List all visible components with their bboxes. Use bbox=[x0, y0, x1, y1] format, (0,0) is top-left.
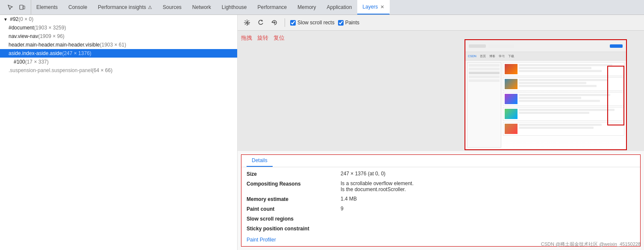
tab-application[interactable]: Application bbox=[322, 0, 358, 15]
tab-performance-insights[interactable]: Performance insights ⚠ bbox=[93, 0, 158, 15]
tab-memory[interactable]: Memory bbox=[292, 0, 321, 15]
tree-item-root-dim: (0 × 0) bbox=[18, 16, 33, 22]
inspect-element-icon[interactable] bbox=[5, 2, 15, 12]
reset-label: 复位 bbox=[273, 34, 285, 42]
details-tab[interactable]: Details bbox=[247, 155, 273, 167]
tree-item-id100-dim: (17 × 337) bbox=[25, 59, 49, 65]
tree-item-aside-dim: (247 × 1376) bbox=[62, 50, 91, 56]
size-value: 247 × 1376 (at 0, 0) bbox=[341, 171, 635, 177]
fake-site-sidebar bbox=[467, 62, 501, 148]
compositing-label: Compositing Reasons bbox=[247, 180, 341, 187]
fake-article-1 bbox=[503, 62, 624, 76]
slow-scroll-rects-checkbox[interactable] bbox=[290, 20, 296, 26]
pan-tool-button[interactable]: ✛ bbox=[242, 17, 252, 28]
tree-item-id100[interactable]: #100 (17 × 337) bbox=[0, 58, 237, 66]
tree-item-aside-text: aside.index-aside.aside bbox=[9, 50, 62, 56]
tree-item-id100-text: #100 bbox=[14, 59, 25, 65]
tree-item-header-text: header.main-header.main-header.visible bbox=[9, 42, 100, 48]
slow-scroll-value bbox=[341, 215, 635, 222]
paint-count-value: 9 bbox=[341, 206, 635, 212]
tree-item-root-text: #92 bbox=[9, 16, 18, 22]
tree-item-nav-text: nav.view-nav bbox=[9, 33, 38, 39]
warn-icon: ⚠ bbox=[148, 5, 152, 10]
paints-checkbox-label[interactable]: Paints bbox=[338, 20, 359, 26]
layer-preview-box: CSDN 首页 博客 学习 下载 bbox=[465, 39, 627, 150]
memory-value: 1.4 MB bbox=[341, 196, 635, 202]
memory-label: Memory estimate bbox=[247, 196, 341, 202]
main-content: ▼ #92 (0 × 0) #document (1903 × 3259) na… bbox=[0, 15, 644, 250]
fake-site-main bbox=[503, 62, 624, 148]
tree-arrow-root: ▼ bbox=[3, 17, 8, 22]
tree-item-aside[interactable]: aside.index-aside.aside (247 × 1376) bbox=[0, 49, 237, 58]
tree-item-suspension[interactable]: .suspension-panel.suspension-panel (64 ×… bbox=[0, 66, 237, 75]
layer-tree-panel: ▼ #92 (0 × 0) #document (1903 × 3259) na… bbox=[0, 15, 238, 250]
tree-item-header[interactable]: header.main-header.main-header.visible (… bbox=[0, 41, 237, 49]
tree-item-document[interactable]: #document (1903 × 3259) bbox=[0, 23, 237, 32]
fake-site-nav: CSDN 首页 博客 学习 下载 bbox=[465, 52, 626, 61]
slow-scroll-label: Slow scroll regions bbox=[247, 215, 341, 222]
tree-item-suspension-text: .suspension-panel.suspension-panel bbox=[9, 67, 92, 73]
sticky-label: Sticky position constraint bbox=[247, 225, 341, 232]
tree-item-suspension-dim: (64 × 66) bbox=[92, 67, 112, 73]
tab-layers[interactable]: Layers ✕ bbox=[357, 0, 390, 15]
fake-article-5 bbox=[503, 122, 624, 136]
sticky-value bbox=[341, 225, 635, 232]
tree-item-root[interactable]: ▼ #92 (0 × 0) bbox=[0, 15, 237, 23]
tree-item-document-dim: (1903 × 3259) bbox=[34, 25, 66, 31]
drag-label: 拖拽 bbox=[241, 34, 252, 42]
layers-canvas[interactable]: 拖拽 旋转 复位 CSDN 首页 博客 bbox=[238, 31, 644, 151]
rotate-label: 旋转 bbox=[257, 34, 268, 42]
toolbar-separator-1 bbox=[285, 18, 285, 27]
device-toolbar-icon[interactable] bbox=[17, 2, 27, 12]
fake-article-4 bbox=[503, 107, 624, 121]
right-panel: ✛ Slow scroll rects bbox=[238, 15, 644, 250]
details-grid: Size 247 × 1376 (at 0, 0) Compositing Re… bbox=[241, 167, 640, 235]
paint-count-label: Paint count bbox=[247, 206, 341, 212]
watermark: CSDN @稀土掘金技术社区 @weixin_45150228 bbox=[541, 241, 641, 247]
fake-article-3 bbox=[503, 92, 624, 106]
devtools-tab-bar: Elements Console Performance insights ⚠ … bbox=[0, 0, 644, 15]
tab-performance[interactable]: Performance bbox=[253, 0, 293, 15]
fake-site-preview: CSDN 首页 博客 学习 下载 bbox=[465, 40, 626, 149]
tree-item-header-dim: (1903 × 61) bbox=[100, 42, 126, 48]
details-panel: Details Size 247 × 1376 (at 0, 0) Compos… bbox=[241, 154, 641, 247]
fake-site-header bbox=[465, 40, 626, 52]
tab-lighthouse[interactable]: Lighthouse bbox=[217, 0, 253, 15]
layer-highlight-box bbox=[607, 66, 624, 125]
paints-checkbox[interactable] bbox=[338, 20, 344, 26]
size-label: Size bbox=[247, 171, 341, 177]
slow-scroll-rects-checkbox-label[interactable]: Slow scroll rects bbox=[290, 20, 335, 26]
details-tab-bar: Details bbox=[241, 155, 640, 167]
tab-sources[interactable]: Sources bbox=[158, 0, 187, 15]
tree-item-nav-dim: (1909 × 96) bbox=[38, 33, 65, 39]
compositing-value: Is a scrollable overflow element. Is the… bbox=[341, 180, 635, 192]
tab-elements[interactable]: Elements bbox=[31, 0, 63, 15]
tab-network[interactable]: Network bbox=[187, 0, 217, 15]
tab-console[interactable]: Console bbox=[63, 0, 93, 15]
reset-tool-button[interactable] bbox=[269, 17, 279, 28]
fake-article-2 bbox=[503, 77, 624, 91]
tree-item-nav[interactable]: nav.view-nav (1909 × 96) bbox=[0, 32, 237, 41]
svg-text:✛: ✛ bbox=[245, 20, 250, 26]
rotate-tool-button[interactable] bbox=[256, 17, 266, 28]
devtools-icons bbox=[2, 0, 31, 15]
svg-rect-0 bbox=[20, 5, 23, 9]
tab-layers-close[interactable]: ✕ bbox=[380, 4, 384, 10]
fake-site-body bbox=[465, 61, 626, 149]
tree-item-document-text: #document bbox=[9, 25, 34, 31]
canvas-controls-label: 拖拽 旋转 复位 bbox=[241, 34, 285, 42]
layers-toolbar: ✛ Slow scroll rects bbox=[238, 15, 644, 31]
